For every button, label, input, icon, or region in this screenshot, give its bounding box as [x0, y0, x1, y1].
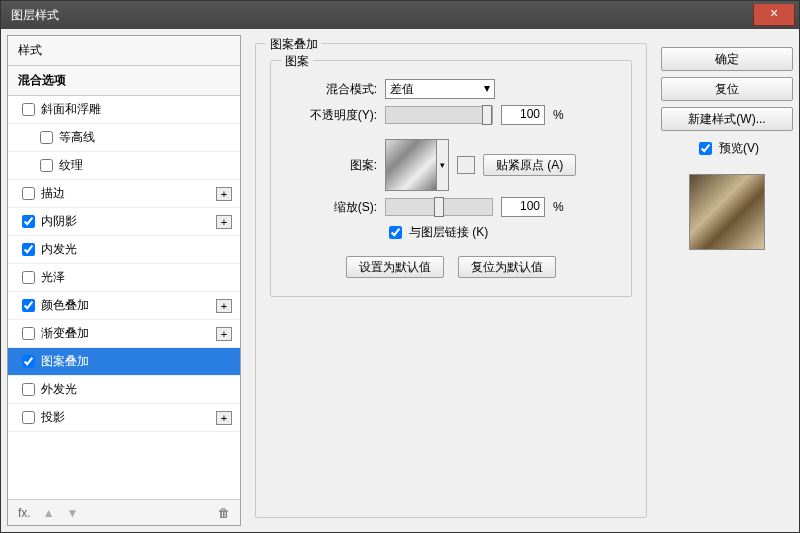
style-item-checkbox[interactable] [22, 355, 35, 368]
make-default-button[interactable]: 设置为默认值 [346, 256, 444, 278]
settings-panel: 图案叠加 图案 混合模式: 差值 ▾ 不透明度(Y): 100 [249, 35, 653, 526]
chevron-updown-icon: ▾ [484, 81, 490, 97]
pattern-overlay-group: 图案叠加 图案 混合模式: 差值 ▾ 不透明度(Y): 100 [255, 43, 647, 518]
style-item-label: 斜面和浮雕 [41, 101, 101, 118]
pattern-inner-group: 图案 混合模式: 差值 ▾ 不透明度(Y): 100 % [270, 60, 632, 297]
style-item-checkbox[interactable] [22, 271, 35, 284]
opacity-label: 不透明度(Y): [289, 107, 377, 124]
reset-default-button[interactable]: 复位为默认值 [458, 256, 556, 278]
trash-icon[interactable]: 🗑 [218, 506, 230, 520]
blend-mode-value: 差值 [390, 81, 414, 97]
list-footer: fx. ▲ ▼ 🗑 [8, 499, 240, 525]
new-preset-icon[interactable] [457, 156, 475, 174]
style-item-6[interactable]: 光泽 [8, 264, 240, 292]
move-down-icon[interactable]: ▼ [67, 506, 79, 520]
add-effect-icon[interactable]: + [216, 411, 232, 425]
window-title: 图层样式 [11, 7, 59, 24]
style-item-label: 内发光 [41, 241, 77, 258]
style-item-label: 等高线 [59, 129, 95, 146]
inner-title: 图案 [281, 53, 313, 70]
snap-origin-button[interactable]: 贴紧原点 (A) [483, 154, 576, 176]
style-item-7[interactable]: 颜色叠加+ [8, 292, 240, 320]
style-item-5[interactable]: 内发光 [8, 236, 240, 264]
list-filler [8, 432, 240, 499]
style-item-4[interactable]: 内阴影+ [8, 208, 240, 236]
new-style-button[interactable]: 新建样式(W)... [661, 107, 793, 131]
style-item-label: 描边 [41, 185, 65, 202]
move-up-icon[interactable]: ▲ [43, 506, 55, 520]
blending-options-header[interactable]: 混合选项 [8, 66, 240, 96]
opacity-slider[interactable] [385, 106, 493, 124]
style-item-9[interactable]: 图案叠加 [8, 348, 240, 376]
link-layer-label: 与图层链接 (K) [409, 224, 488, 241]
opacity-input[interactable]: 100 [501, 105, 545, 125]
style-item-checkbox[interactable] [22, 383, 35, 396]
styles-header[interactable]: 样式 [8, 36, 240, 66]
style-item-checkbox[interactable] [40, 131, 53, 144]
preview-label: 预览(V) [719, 140, 759, 157]
add-effect-icon[interactable]: + [216, 187, 232, 201]
style-item-2[interactable]: 纹理 [8, 152, 240, 180]
style-item-checkbox[interactable] [22, 103, 35, 116]
style-item-label: 渐变叠加 [41, 325, 89, 342]
preview-swatch [689, 174, 765, 250]
fx-menu-icon[interactable]: fx. [18, 506, 31, 520]
layer-style-dialog: 图层样式 × 样式 混合选项 斜面和浮雕等高线纹理描边+内阴影+内发光光泽颜色叠… [0, 0, 800, 533]
add-effect-icon[interactable]: + [216, 327, 232, 341]
scale-input[interactable]: 100 [501, 197, 545, 217]
style-item-8[interactable]: 渐变叠加+ [8, 320, 240, 348]
ok-button[interactable]: 确定 [661, 47, 793, 71]
style-item-label: 纹理 [59, 157, 83, 174]
style-item-label: 投影 [41, 409, 65, 426]
link-layer-checkbox[interactable] [389, 226, 402, 239]
style-item-checkbox[interactable] [22, 411, 35, 424]
percent-label-2: % [553, 200, 564, 214]
scale-slider[interactable] [385, 198, 493, 216]
content-area: 样式 混合选项 斜面和浮雕等高线纹理描边+内阴影+内发光光泽颜色叠加+渐变叠加+… [1, 29, 799, 532]
add-effect-icon[interactable]: + [216, 215, 232, 229]
blend-mode-select[interactable]: 差值 ▾ [385, 79, 495, 99]
scale-label: 缩放(S): [289, 199, 377, 216]
add-effect-icon[interactable]: + [216, 299, 232, 313]
style-item-checkbox[interactable] [22, 243, 35, 256]
style-item-0[interactable]: 斜面和浮雕 [8, 96, 240, 124]
style-item-label: 内阴影 [41, 213, 77, 230]
style-item-checkbox[interactable] [22, 187, 35, 200]
style-item-10[interactable]: 外发光 [8, 376, 240, 404]
style-item-label: 图案叠加 [41, 353, 89, 370]
preview-checkbox[interactable] [699, 142, 712, 155]
pattern-label: 图案: [289, 157, 377, 174]
style-item-checkbox[interactable] [40, 159, 53, 172]
pattern-picker[interactable]: ▾ [385, 139, 449, 191]
cancel-button[interactable]: 复位 [661, 77, 793, 101]
action-panel: 确定 复位 新建样式(W)... 预览(V) [661, 35, 793, 526]
style-item-1[interactable]: 等高线 [8, 124, 240, 152]
titlebar[interactable]: 图层样式 × [1, 1, 799, 29]
style-item-checkbox[interactable] [22, 327, 35, 340]
group-title: 图案叠加 [266, 36, 322, 53]
style-item-label: 颜色叠加 [41, 297, 89, 314]
style-item-3[interactable]: 描边+ [8, 180, 240, 208]
styles-list-panel: 样式 混合选项 斜面和浮雕等高线纹理描边+内阴影+内发光光泽颜色叠加+渐变叠加+… [7, 35, 241, 526]
style-item-checkbox[interactable] [22, 215, 35, 228]
close-button[interactable]: × [753, 4, 795, 26]
blend-mode-label: 混合模式: [289, 81, 377, 98]
percent-label: % [553, 108, 564, 122]
style-item-label: 外发光 [41, 381, 77, 398]
style-item-label: 光泽 [41, 269, 65, 286]
style-item-11[interactable]: 投影+ [8, 404, 240, 432]
style-item-checkbox[interactable] [22, 299, 35, 312]
